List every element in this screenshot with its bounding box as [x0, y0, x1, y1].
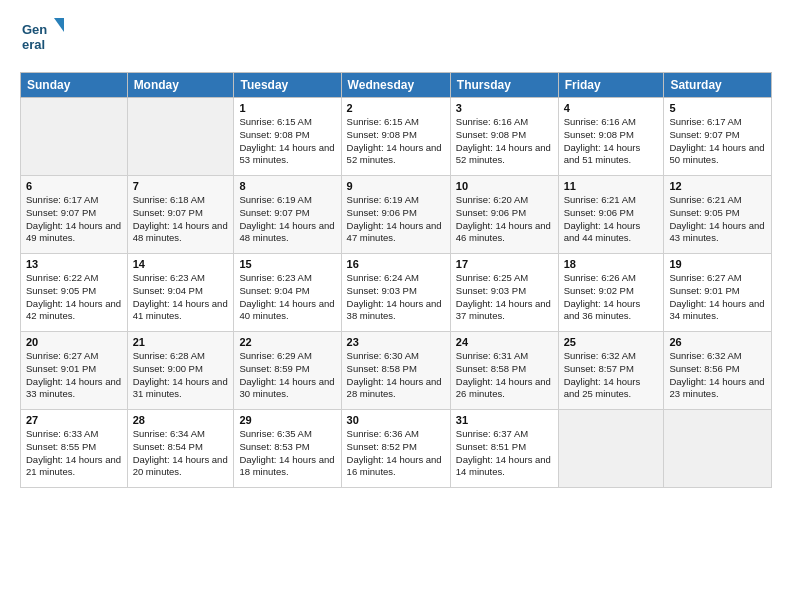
day-info: Sunrise: 6:17 AMSunset: 9:07 PMDaylight:… — [26, 194, 122, 245]
day-cell: 14Sunrise: 6:23 AMSunset: 9:04 PMDayligh… — [127, 254, 234, 332]
weekday-saturday: Saturday — [664, 73, 772, 98]
day-info: Sunrise: 6:32 AMSunset: 8:56 PMDaylight:… — [669, 350, 766, 401]
day-cell: 18Sunrise: 6:26 AMSunset: 9:02 PMDayligh… — [558, 254, 664, 332]
week-row-4: 20Sunrise: 6:27 AMSunset: 9:01 PMDayligh… — [21, 332, 772, 410]
day-cell: 4Sunrise: 6:16 AMSunset: 9:08 PMDaylight… — [558, 98, 664, 176]
day-info: Sunrise: 6:16 AMSunset: 9:08 PMDaylight:… — [456, 116, 553, 167]
main-container: Gen eral SundayMondayTuesdayWednesdayThu… — [0, 0, 792, 498]
week-row-1: 1Sunrise: 6:15 AMSunset: 9:08 PMDaylight… — [21, 98, 772, 176]
day-cell: 15Sunrise: 6:23 AMSunset: 9:04 PMDayligh… — [234, 254, 341, 332]
day-info: Sunrise: 6:26 AMSunset: 9:02 PMDaylight:… — [564, 272, 659, 323]
day-info: Sunrise: 6:34 AMSunset: 8:54 PMDaylight:… — [133, 428, 229, 479]
day-number: 18 — [564, 258, 659, 270]
day-info: Sunrise: 6:31 AMSunset: 8:58 PMDaylight:… — [456, 350, 553, 401]
day-cell: 8Sunrise: 6:19 AMSunset: 9:07 PMDaylight… — [234, 176, 341, 254]
day-number: 12 — [669, 180, 766, 192]
week-row-5: 27Sunrise: 6:33 AMSunset: 8:55 PMDayligh… — [21, 410, 772, 488]
day-number: 2 — [347, 102, 445, 114]
weekday-monday: Monday — [127, 73, 234, 98]
day-number: 6 — [26, 180, 122, 192]
day-cell: 28Sunrise: 6:34 AMSunset: 8:54 PMDayligh… — [127, 410, 234, 488]
day-info: Sunrise: 6:15 AMSunset: 9:08 PMDaylight:… — [347, 116, 445, 167]
day-number: 15 — [239, 258, 335, 270]
day-number: 30 — [347, 414, 445, 426]
day-info: Sunrise: 6:29 AMSunset: 8:59 PMDaylight:… — [239, 350, 335, 401]
calendar-table: SundayMondayTuesdayWednesdayThursdayFrid… — [20, 72, 772, 488]
day-cell: 13Sunrise: 6:22 AMSunset: 9:05 PMDayligh… — [21, 254, 128, 332]
day-cell: 19Sunrise: 6:27 AMSunset: 9:01 PMDayligh… — [664, 254, 772, 332]
weekday-thursday: Thursday — [450, 73, 558, 98]
weekday-wednesday: Wednesday — [341, 73, 450, 98]
day-info: Sunrise: 6:33 AMSunset: 8:55 PMDaylight:… — [26, 428, 122, 479]
day-cell: 2Sunrise: 6:15 AMSunset: 9:08 PMDaylight… — [341, 98, 450, 176]
day-cell: 6Sunrise: 6:17 AMSunset: 9:07 PMDaylight… — [21, 176, 128, 254]
day-info: Sunrise: 6:24 AMSunset: 9:03 PMDaylight:… — [347, 272, 445, 323]
day-cell: 9Sunrise: 6:19 AMSunset: 9:06 PMDaylight… — [341, 176, 450, 254]
day-cell: 17Sunrise: 6:25 AMSunset: 9:03 PMDayligh… — [450, 254, 558, 332]
day-cell: 30Sunrise: 6:36 AMSunset: 8:52 PMDayligh… — [341, 410, 450, 488]
day-cell: 27Sunrise: 6:33 AMSunset: 8:55 PMDayligh… — [21, 410, 128, 488]
day-number: 16 — [347, 258, 445, 270]
day-cell: 5Sunrise: 6:17 AMSunset: 9:07 PMDaylight… — [664, 98, 772, 176]
weekday-header-row: SundayMondayTuesdayWednesdayThursdayFrid… — [21, 73, 772, 98]
header: Gen eral — [20, 16, 772, 60]
day-number: 23 — [347, 336, 445, 348]
day-number: 27 — [26, 414, 122, 426]
day-number: 1 — [239, 102, 335, 114]
day-info: Sunrise: 6:37 AMSunset: 8:51 PMDaylight:… — [456, 428, 553, 479]
day-info: Sunrise: 6:15 AMSunset: 9:08 PMDaylight:… — [239, 116, 335, 167]
day-info: Sunrise: 6:27 AMSunset: 9:01 PMDaylight:… — [669, 272, 766, 323]
day-cell: 12Sunrise: 6:21 AMSunset: 9:05 PMDayligh… — [664, 176, 772, 254]
day-info: Sunrise: 6:21 AMSunset: 9:06 PMDaylight:… — [564, 194, 659, 245]
week-row-3: 13Sunrise: 6:22 AMSunset: 9:05 PMDayligh… — [21, 254, 772, 332]
day-number: 22 — [239, 336, 335, 348]
day-cell — [127, 98, 234, 176]
day-number: 10 — [456, 180, 553, 192]
day-info: Sunrise: 6:30 AMSunset: 8:58 PMDaylight:… — [347, 350, 445, 401]
day-info: Sunrise: 6:32 AMSunset: 8:57 PMDaylight:… — [564, 350, 659, 401]
day-number: 3 — [456, 102, 553, 114]
weekday-tuesday: Tuesday — [234, 73, 341, 98]
day-info: Sunrise: 6:23 AMSunset: 9:04 PMDaylight:… — [239, 272, 335, 323]
logo: Gen eral — [20, 16, 64, 60]
day-number: 26 — [669, 336, 766, 348]
day-info: Sunrise: 6:23 AMSunset: 9:04 PMDaylight:… — [133, 272, 229, 323]
day-number: 4 — [564, 102, 659, 114]
day-number: 9 — [347, 180, 445, 192]
day-info: Sunrise: 6:22 AMSunset: 9:05 PMDaylight:… — [26, 272, 122, 323]
weekday-sunday: Sunday — [21, 73, 128, 98]
day-info: Sunrise: 6:20 AMSunset: 9:06 PMDaylight:… — [456, 194, 553, 245]
day-number: 17 — [456, 258, 553, 270]
day-cell: 24Sunrise: 6:31 AMSunset: 8:58 PMDayligh… — [450, 332, 558, 410]
day-number: 29 — [239, 414, 335, 426]
day-cell: 26Sunrise: 6:32 AMSunset: 8:56 PMDayligh… — [664, 332, 772, 410]
day-info: Sunrise: 6:17 AMSunset: 9:07 PMDaylight:… — [669, 116, 766, 167]
day-cell: 1Sunrise: 6:15 AMSunset: 9:08 PMDaylight… — [234, 98, 341, 176]
day-info: Sunrise: 6:19 AMSunset: 9:07 PMDaylight:… — [239, 194, 335, 245]
day-cell: 10Sunrise: 6:20 AMSunset: 9:06 PMDayligh… — [450, 176, 558, 254]
day-number: 31 — [456, 414, 553, 426]
day-number: 14 — [133, 258, 229, 270]
weekday-friday: Friday — [558, 73, 664, 98]
day-info: Sunrise: 6:35 AMSunset: 8:53 PMDaylight:… — [239, 428, 335, 479]
day-number: 5 — [669, 102, 766, 114]
day-info: Sunrise: 6:25 AMSunset: 9:03 PMDaylight:… — [456, 272, 553, 323]
day-number: 20 — [26, 336, 122, 348]
day-cell: 23Sunrise: 6:30 AMSunset: 8:58 PMDayligh… — [341, 332, 450, 410]
day-cell — [21, 98, 128, 176]
day-info: Sunrise: 6:36 AMSunset: 8:52 PMDaylight:… — [347, 428, 445, 479]
day-info: Sunrise: 6:16 AMSunset: 9:08 PMDaylight:… — [564, 116, 659, 167]
day-info: Sunrise: 6:19 AMSunset: 9:06 PMDaylight:… — [347, 194, 445, 245]
day-cell: 7Sunrise: 6:18 AMSunset: 9:07 PMDaylight… — [127, 176, 234, 254]
day-cell: 3Sunrise: 6:16 AMSunset: 9:08 PMDaylight… — [450, 98, 558, 176]
day-number: 7 — [133, 180, 229, 192]
logo-icon: Gen eral — [20, 16, 64, 60]
day-cell: 11Sunrise: 6:21 AMSunset: 9:06 PMDayligh… — [558, 176, 664, 254]
day-info: Sunrise: 6:21 AMSunset: 9:05 PMDaylight:… — [669, 194, 766, 245]
day-cell — [664, 410, 772, 488]
day-cell: 21Sunrise: 6:28 AMSunset: 9:00 PMDayligh… — [127, 332, 234, 410]
day-number: 13 — [26, 258, 122, 270]
day-number: 28 — [133, 414, 229, 426]
day-number: 24 — [456, 336, 553, 348]
day-number: 11 — [564, 180, 659, 192]
